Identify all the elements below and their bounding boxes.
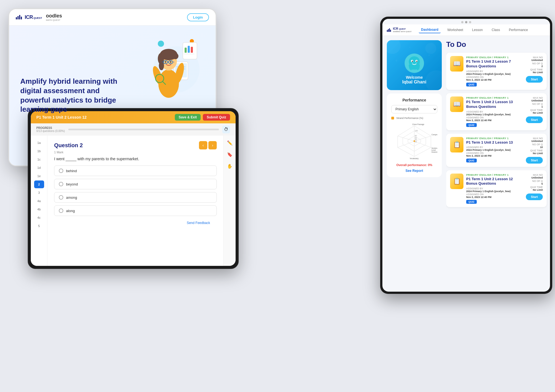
option-radio-1 <box>59 182 63 186</box>
question-marks: 1 Mark <box>54 151 217 154</box>
quiz-badge-0: QUIZ <box>466 83 477 86</box>
todo-subject-1: PRIMARY ENGLISH / PRIMARY 1 <box>466 96 515 99</box>
option-item-1[interactable]: beyond <box>54 179 217 189</box>
logo-oodles: oodles <box>46 13 62 19</box>
todo-right-2: MAX NOUnlimited NO OF Q10 QUIZ TIMENo Li… <box>518 137 543 164</box>
quiz-header-title: P1 Term 1 Unit 2 Lesson 12 <box>36 115 87 119</box>
login-button[interactable]: Login <box>187 13 209 21</box>
feedback-link[interactable]: Send Feedback <box>54 219 217 227</box>
nav-item-worksheet[interactable]: Worksheet <box>445 27 465 33</box>
legend-dot-close <box>391 117 394 119</box>
todo-lesson-title-1: P1 Term 1 Unit 2 Lesson 13 Bonus Questio… <box>466 100 515 109</box>
dash-logo: ICR QUEST oodles MATH QUEST <box>387 27 412 33</box>
hand-tool-icon[interactable]: ✋ <box>226 162 234 170</box>
todo-panel: To Do 📖 PRIMARY ENGLISH / PRIMARY 1 P1 T… <box>446 36 550 292</box>
option-radio-3 <box>59 208 63 213</box>
todo-info-2: PRIMARY ENGLISH / PRIMARY 1 P1 Term 1 Un… <box>466 137 515 163</box>
svg-point-20 <box>159 61 164 70</box>
todo-no-of-q-2: NO OF Q10 <box>518 143 543 149</box>
sidebar-item-1d[interactable]: 1d <box>34 164 44 172</box>
svg-text:Level: Level <box>432 149 436 151</box>
option-item-0[interactable]: behind <box>54 166 217 176</box>
todo-title: To Do <box>446 40 547 49</box>
start-button-1[interactable]: Start <box>526 116 543 123</box>
progress-text: 0/13 questions (0.00%) <box>36 129 65 133</box>
edit-tool-icon[interactable]: ✏️ <box>226 139 234 147</box>
quiz-tablet: P1 Term 1 Unit 2 Lesson 12 Save & Exit S… <box>28 108 239 269</box>
landing-header: ICR QUEST oodles MATH QUEST Login <box>9 9 216 26</box>
todo-no-of-q-3: NO OF Q5 <box>518 180 543 185</box>
svg-text:Sentence: Sentence <box>432 147 437 149</box>
todo-lesson-title-0: P1 Term 1 Unit 2 Lesson 7 Bonus Question… <box>466 59 515 69</box>
sidebar-item-3[interactable]: 3 <box>34 189 44 197</box>
dash-bar3 <box>389 28 390 32</box>
question-navigation: ‹ › <box>199 141 217 149</box>
nav-item-dashboard[interactable]: Dashboard <box>419 27 441 33</box>
dashboard-nav: ICR QUEST oodles MATH QUEST Dashboard Wo… <box>382 24 550 36</box>
performance-card: Performance Primary English Strand Perfo… <box>387 93 442 177</box>
todo-right-0: MAX NOUnlimited NO OF Q2 QUIZ TIMENo Lim… <box>518 56 543 83</box>
welcome-text: Welcome <box>406 75 423 80</box>
nav-item-lesson[interactable]: Lesson <box>470 27 485 33</box>
svg-point-62 <box>413 140 415 142</box>
start-button-2[interactable]: Start <box>526 157 543 164</box>
submit-quiz-button[interactable]: Submit Quiz <box>203 114 230 121</box>
option-item-3[interactable]: along <box>54 205 217 216</box>
sidebar-item-1c[interactable]: 1c <box>34 156 44 163</box>
prev-question-button[interactable]: ‹ <box>199 141 207 149</box>
svg-text:Comprehension: Comprehension <box>432 134 437 136</box>
next-question-button[interactable]: › <box>208 141 217 149</box>
todo-no-of-q-0: NO OF Q2 <box>518 62 543 68</box>
option-label-3: along <box>66 209 75 213</box>
sidebar-item-4c[interactable]: 4c <box>34 214 44 222</box>
todo-assigned-by-3: ASSIGNED BY2024 Primary 1 English (jocel… <box>466 187 515 193</box>
svg-text:Vocabulary: Vocabulary <box>410 157 419 160</box>
sidebar-item-1b[interactable]: 1b <box>34 147 44 155</box>
dash-logo-bars <box>387 28 391 32</box>
svg-text:÷: ÷ <box>409 45 411 49</box>
svg-point-40 <box>412 61 413 62</box>
todo-assigned-on-3: ASSIGNED ONNov 2, 2023 12:40 PM <box>466 193 515 198</box>
svg-text:40: 40 <box>415 139 417 141</box>
performance-dropdown[interactable]: Primary English <box>391 105 437 113</box>
todo-item: 📋 PRIMARY ENGLISH / PRIMARY 1 P1 Term 1 … <box>446 134 547 167</box>
sidebar-item-5[interactable]: 5 <box>34 222 44 230</box>
hero-text-block: Amplify hybrid learning with digital ass… <box>20 77 120 114</box>
camera-dot-2 <box>465 21 467 23</box>
welcome-card: + × ÷ <box>387 40 442 90</box>
welcome-avatar <box>405 54 424 73</box>
nav-item-performance[interactable]: Performance <box>507 27 530 33</box>
quiz-badge-1: QUIZ <box>466 123 477 127</box>
option-label-1: beyond <box>66 182 78 186</box>
bar3 <box>19 15 20 19</box>
question-number: Question 2 <box>54 142 83 149</box>
todo-assigned-on-2: ASSIGNED ONNov 2, 2023 12:40 PM <box>466 152 515 157</box>
question-header: Question 2 ‹ › <box>54 141 217 149</box>
bookmark-tool-icon[interactable]: 🔖 <box>226 151 234 158</box>
start-button-3[interactable]: Start <box>526 194 543 200</box>
svg-text:80: 80 <box>415 135 417 137</box>
sidebar-item-4b[interactable]: 4b <box>34 205 44 213</box>
logo-bars-icon <box>16 15 22 19</box>
todo-assigned-on-0: ASSIGNED ONNov 2, 2023 12:40 PM <box>466 76 515 81</box>
bar2 <box>17 16 19 19</box>
option-item-2[interactable]: among <box>54 192 217 203</box>
todo-icon-3: 📋 <box>450 174 463 189</box>
svg-point-41 <box>416 61 417 62</box>
svg-point-32 <box>425 70 442 90</box>
sidebar-item-1a[interactable]: 1a <box>34 139 44 147</box>
todo-assigned-by-2: ASSIGNED BY2024 Primary 1 English (jocel… <box>466 146 515 151</box>
nav-item-class[interactable]: Class <box>490 27 502 33</box>
see-report-button[interactable]: See Report <box>391 169 437 173</box>
sidebar-item-1e[interactable]: 1e <box>34 172 44 180</box>
save-exit-button[interactable]: Save & Exit <box>175 114 201 121</box>
sidebar-item-2[interactable]: 2 <box>34 180 44 188</box>
quiz-content: Question 2 ‹ › 1 Mark I went _____ with … <box>47 136 223 266</box>
start-button-0[interactable]: Start <box>526 76 543 83</box>
todo-assigned-by-0: ASSIGNED BY2024 Primary 1 English (jocel… <box>466 70 515 75</box>
dashboard-tablet: ICR QUEST oodles MATH QUEST Dashboard Wo… <box>380 17 552 294</box>
svg-line-48 <box>398 141 414 147</box>
logo-oodles-group: oodles MATH QUEST <box>46 13 62 21</box>
todo-quiz-time-2: QUIZ TIMENo Limit <box>518 149 543 155</box>
sidebar-item-4a[interactable]: 4a <box>34 197 44 205</box>
